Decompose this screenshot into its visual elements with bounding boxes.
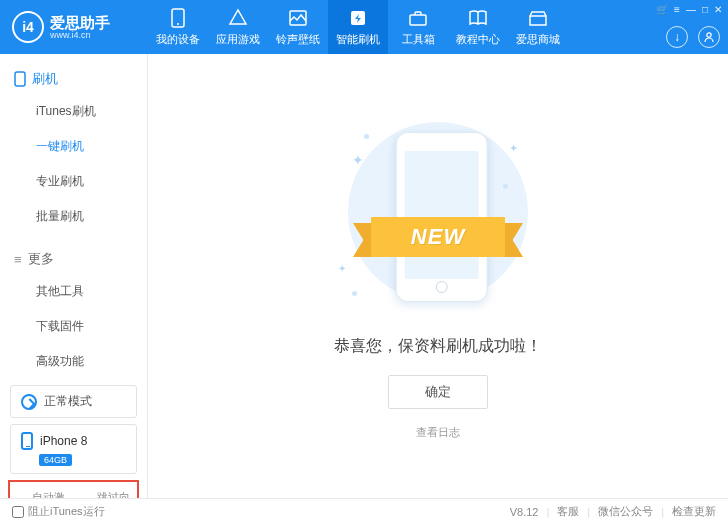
footer-link-wechat[interactable]: 微信公众号 [598,504,653,519]
store-icon [528,8,548,28]
nav-toolbox[interactable]: 工具箱 [388,0,448,54]
new-ribbon: NEW [353,209,523,265]
apps-icon [228,8,248,28]
phone-icon [168,8,188,28]
sidebar-title: 刷机 [32,70,58,88]
nav-store[interactable]: 爱思商城 [508,0,568,54]
svg-rect-6 [15,72,25,86]
mode-box[interactable]: 正常模式 [10,385,137,418]
device-small-icon [14,71,26,87]
device-name: iPhone 8 [40,434,87,448]
sparkle-icon: ✦ [338,263,346,274]
nav-label: 应用游戏 [216,32,260,47]
sidebar-item-advanced[interactable]: 高级功能 [0,344,147,379]
body: 刷机 iTunes刷机 一键刷机 专业刷机 批量刷机 ≡ 更多 其他工具 下载固… [0,54,728,498]
book-icon [468,8,488,28]
sidebar-item-itunes-flash[interactable]: iTunes刷机 [0,94,147,129]
sidebar-group-more: ≡ 更多 其他工具 下载固件 高级功能 [0,234,147,379]
success-message: 恭喜您，保资料刷机成功啦！ [334,336,542,357]
maximize-button[interactable]: □ [702,4,708,15]
footer-link-support[interactable]: 客服 [557,504,579,519]
sidebar-bottom: 正常模式 iPhone 8 64GB 自动激活 跳过向导 [0,379,147,498]
nav-label: 爱思商城 [516,32,560,47]
sidebar-header-flash[interactable]: 刷机 [0,64,147,94]
svg-point-5 [707,33,711,37]
flash-options: 自动激活 跳过向导 [8,480,139,498]
block-itunes-checkbox[interactable]: 阻止iTunes运行 [12,504,105,519]
auto-activate-checkbox[interactable]: 自动激活 [16,490,67,498]
nav-label: 智能刷机 [336,32,380,47]
user-icon[interactable] [698,26,720,48]
nav-label: 我的设备 [156,32,200,47]
sparkle-icon: ✦ [509,142,518,155]
menu-icon[interactable]: ≡ [674,4,680,15]
main-content: ✦ ✦ ✦ NEW 恭喜您，保资料刷机成功啦！ 确定 查看日志 [148,54,728,498]
auto-activate-label: 自动激活 [32,490,67,498]
window-controls: 🛒 ≡ — □ ✕ [656,4,722,15]
storage-badge: 64GB [39,454,72,466]
block-itunes-label: 阻止iTunes运行 [28,504,105,519]
close-button[interactable]: ✕ [714,4,722,15]
sidebar-item-batch-flash[interactable]: 批量刷机 [0,199,147,234]
nav-my-device[interactable]: 我的设备 [148,0,208,54]
minimize-button[interactable]: — [686,4,696,15]
header: i4 爱思助手 www.i4.cn 我的设备 应用游戏 铃声壁纸 智能刷机 工具… [0,0,728,54]
sparkle-icon: ✦ [352,152,364,168]
sidebar-item-download-firmware[interactable]: 下载固件 [0,309,147,344]
nav-apps[interactable]: 应用游戏 [208,0,268,54]
brand-name: 爱思助手 [50,15,110,30]
device-box[interactable]: iPhone 8 64GB [10,424,137,474]
logo-area[interactable]: i4 爱思助手 www.i4.cn [0,11,148,43]
view-log-link[interactable]: 查看日志 [416,425,460,440]
device-icon [21,432,33,450]
nav-label: 教程中心 [456,32,500,47]
skip-guide-checkbox[interactable]: 跳过向导 [81,490,132,498]
cart-icon[interactable]: 🛒 [656,4,668,15]
sidebar: 刷机 iTunes刷机 一键刷机 专业刷机 批量刷机 ≡ 更多 其他工具 下载固… [0,54,148,498]
logo-text-wrap: 爱思助手 www.i4.cn [50,15,110,40]
ok-button[interactable]: 确定 [388,375,488,409]
flash-icon [348,8,368,28]
mode-icon [21,394,37,410]
brand-url: www.i4.cn [50,30,110,40]
footer: 阻止iTunes运行 V8.12 | 客服 | 微信公众号 | 检查更新 [0,498,728,524]
nav-label: 工具箱 [402,32,435,47]
toolbox-icon [408,8,428,28]
svg-point-1 [177,23,179,25]
header-right: ↓ [666,26,720,48]
nav-ringtones[interactable]: 铃声壁纸 [268,0,328,54]
sidebar-title: 更多 [28,250,54,268]
sidebar-item-oneclick-flash[interactable]: 一键刷机 [0,129,147,164]
sidebar-item-pro-flash[interactable]: 专业刷机 [0,164,147,199]
svg-rect-4 [410,15,426,25]
skip-guide-label: 跳过向导 [97,490,132,498]
ribbon-text: NEW [371,217,505,257]
logo-icon: i4 [12,11,44,43]
sidebar-header-more[interactable]: ≡ 更多 [0,244,147,274]
hamburger-icon: ≡ [14,252,22,267]
footer-right: V8.12 | 客服 | 微信公众号 | 检查更新 [510,504,716,519]
download-icon[interactable]: ↓ [666,26,688,48]
mode-label: 正常模式 [44,393,92,410]
nav-label: 铃声壁纸 [276,32,320,47]
nav-flash[interactable]: 智能刷机 [328,0,388,54]
success-illustration: ✦ ✦ ✦ NEW [328,114,548,314]
sidebar-group-flash: 刷机 iTunes刷机 一键刷机 专业刷机 批量刷机 [0,54,147,234]
nav-tutorials[interactable]: 教程中心 [448,0,508,54]
picture-icon [288,8,308,28]
footer-link-update[interactable]: 检查更新 [672,504,716,519]
sidebar-item-other-tools[interactable]: 其他工具 [0,274,147,309]
top-nav: 我的设备 应用游戏 铃声壁纸 智能刷机 工具箱 教程中心 爱思商城 [148,0,568,54]
version-label: V8.12 [510,506,539,518]
